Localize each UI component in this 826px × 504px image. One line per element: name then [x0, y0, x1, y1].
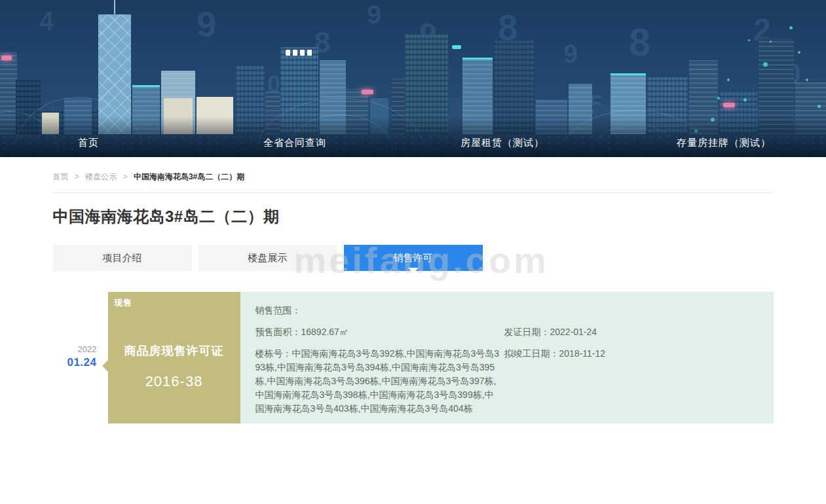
main-content: 首页 > 楼盘公示 > 中国海南海花岛3#岛二（二）期 中国海南海花岛3#岛二（…	[53, 157, 774, 423]
sale-status-badge: 现售	[115, 297, 132, 309]
permit-detail-panel: 销售范围： 预售面积：16892.67㎡ 发证日期：2022-01-24 楼栋号…	[240, 292, 774, 423]
breadcrumb-home[interactable]: 首页	[53, 172, 69, 181]
nav-item-house-rental[interactable]: 房屋租赁（测试）	[460, 137, 544, 149]
issue-date-value: 2022-01-24	[550, 327, 597, 337]
timeline-year: 2022	[53, 344, 97, 354]
building-numbers: 楼栋号：中国海南海花岛3号岛392栋,中国海南海花岛3号岛393栋,中国海南海花…	[255, 347, 500, 416]
nav-item-home[interactable]: 首页	[78, 137, 99, 149]
permit-timeline-row: 2022 01.24 现售 商品房现售许可证 2016-38 销售范围： 预售面…	[53, 292, 774, 423]
completion-date-value: 2018-11-12	[559, 348, 606, 359]
breadcrumb-listing[interactable]: 楼盘公示	[85, 172, 117, 181]
tab-property-display[interactable]: 楼盘展示	[198, 245, 337, 271]
tab-bar: 项目介绍 楼盘展示 销售许可 meifang.com	[53, 245, 774, 271]
sales-scope: 销售范围：	[255, 304, 500, 317]
breadcrumb-separator: >	[75, 172, 79, 181]
top-navigation: 首页 全省合同查询 房屋租赁（测试） 存量房挂牌（测试）	[0, 137, 826, 153]
issue-date: 发证日期：2022-01-24	[504, 325, 760, 339]
tab-sales-permit[interactable]: 销售许可	[344, 245, 483, 271]
timeline-date: 2022 01.24	[53, 344, 97, 369]
page-title: 中国海南海花岛3#岛二（二）期	[53, 206, 774, 227]
building-numbers-label: 楼栋号：	[255, 348, 292, 359]
presale-area-value: 16892.67㎡	[301, 327, 348, 337]
breadcrumb-current: 中国海南海花岛3#岛二（二）期	[134, 172, 244, 181]
permit-card: 现售 商品房现售许可证 2016-38	[108, 292, 240, 423]
permit-number: 2016-38	[108, 373, 240, 390]
tab-project-intro[interactable]: 项目介绍	[53, 245, 192, 271]
completion-date: 拟竣工日期：2018-11-12	[504, 347, 760, 361]
nav-item-contract-query[interactable]: 全省合同查询	[263, 137, 326, 149]
issue-date-label: 发证日期：	[504, 327, 550, 337]
presale-area-label: 预售面积：	[255, 327, 301, 337]
nav-item-stock-listing[interactable]: 存量房挂牌（测试）	[677, 137, 771, 149]
timeline-day: 01.24	[53, 356, 97, 369]
sales-scope-label: 销售范围：	[255, 305, 301, 315]
presale-area: 预售面积：16892.67㎡	[255, 325, 500, 339]
card-arrow-left-icon	[102, 360, 108, 372]
breadcrumb-separator: >	[123, 172, 128, 181]
completion-date-label: 拟竣工日期：	[504, 348, 559, 359]
section-divider	[53, 192, 774, 193]
permit-card-title: 商品房现售许可证	[108, 343, 240, 359]
building-numbers-value: 中国海南海花岛3号岛392栋,中国海南海花岛3号岛393栋,中国海南海花岛3号岛…	[255, 348, 500, 414]
breadcrumb: 首页 > 楼盘公示 > 中国海南海花岛3#岛二（二）期	[53, 157, 774, 183]
hero-banner: 498998982050 首页 全省合同查询 房屋租赁（测试） 存量房挂牌（测试…	[0, 0, 826, 157]
